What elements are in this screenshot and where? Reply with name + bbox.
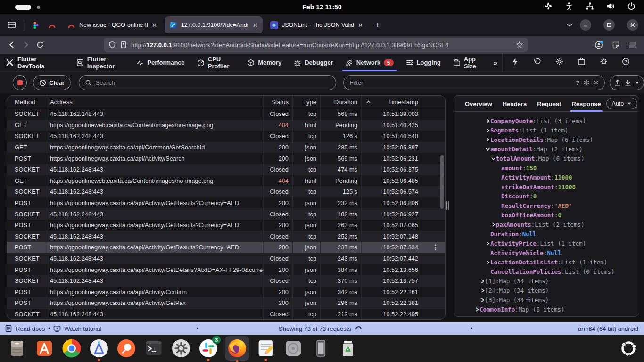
restore-button[interactable] (603, 19, 615, 31)
arrow-closed-icon[interactable] (485, 137, 490, 143)
tree-node[interactable]: amount: 150 (454, 163, 639, 173)
arrow-open-icon[interactable] (485, 146, 490, 152)
details-tab-response[interactable]: Response (566, 96, 606, 112)
browser-tab-2[interactable]: JSONLint - The JSON Valid✕ (265, 16, 368, 33)
tree-node[interactable]: boxOfficeAmount: 0 (454, 210, 639, 220)
table-row[interactable]: SOCKET45.118.162.248:443Closedtcp126 s10… (7, 131, 445, 142)
table-row[interactable]: SOCKET45.118.162.248:443Closedtcp125 s10… (7, 186, 445, 197)
details-tab-overview[interactable]: Overview (460, 96, 497, 112)
dock-item-terminal[interactable] (143, 337, 165, 359)
table-scrollbar[interactable] (440, 155, 444, 209)
tray-accessibility-icon[interactable] (565, 2, 573, 12)
panel-splitter[interactable] (446, 201, 450, 210)
upload-icon[interactable] (614, 79, 621, 86)
devtools-tab-logging[interactable]: Logging (400, 54, 447, 71)
tray-volume-icon[interactable] (606, 2, 615, 12)
tree-node[interactable]: ActivityPrice: List (1 item) (454, 239, 639, 248)
tree-node[interactable]: ActivityVehicle: Null (454, 248, 639, 257)
new-tab-button[interactable]: + (371, 18, 385, 32)
minimize-button[interactable] (580, 19, 591, 31)
filter-clear-icon[interactable]: ✕ (594, 79, 599, 86)
dock-item-chrome[interactable] (61, 337, 83, 359)
action-gear-icon[interactable] (555, 58, 563, 67)
browser-tab-0[interactable]: New issue - QGO-online-fl✕ (63, 16, 162, 33)
table-row[interactable]: SOCKET45.118.162.248:443Closedtcp568 ms1… (7, 108, 445, 120)
reload-button[interactable] (33, 38, 47, 52)
tree-node[interactable]: CompanyQuote: List (3 items) (454, 116, 639, 125)
arrow-closed-icon[interactable] (485, 259, 490, 265)
tab-close-icon[interactable]: ✕ (152, 22, 157, 29)
record-stop-button[interactable] (13, 75, 27, 90)
tree-node[interactable]: ResultCurrency: 'AED' (454, 201, 639, 210)
tree-node[interactable]: totalAmount: Map (6 items) (454, 154, 639, 163)
tree-node[interactable]: LocationDetailsList: List (1 item) (454, 257, 639, 267)
hamburger-menu-icon[interactable] (628, 41, 636, 49)
details-tab-headers[interactable]: Headers (497, 96, 532, 112)
dock-item-slack[interactable]: 3 (198, 337, 219, 359)
tree-node[interactable]: strikeOutAmount: 11000 (454, 182, 639, 191)
dock-item-trash[interactable] (337, 337, 359, 359)
devtools-tab-cpu-profiler[interactable]: CPU Profiler (191, 54, 241, 71)
arrow-closed-icon[interactable] (480, 288, 485, 294)
firefox-view-button[interactable] (4, 17, 20, 33)
url-bar[interactable]: http://127.0.0.1:9100/network?ide=Androi… (104, 38, 528, 52)
tray-network-tree-icon[interactable] (586, 2, 594, 12)
devtools-tab-performance[interactable]: Performance (130, 54, 190, 71)
tree-node[interactable]: Segments: List (1 item) (454, 125, 639, 135)
action-help-icon[interactable]: ? (622, 58, 630, 67)
table-row[interactable]: POSThttps://qgoonlinegway.caxita.ca/api/… (7, 242, 445, 253)
dock-item-postman[interactable] (116, 337, 137, 359)
filter-field[interactable]: ? ✕ (343, 75, 605, 90)
tray-slack-tray-icon[interactable] (544, 2, 553, 12)
dock-item-files[interactable] (6, 337, 28, 359)
pinned-tab-1[interactable] (44, 17, 60, 33)
table-row[interactable]: GEThttps://qgoonlineweb.caxita.ca/Conten… (7, 175, 445, 187)
arrow-closed-icon[interactable] (491, 222, 496, 228)
tree-node[interactable]: [3]: Map (34 items) (454, 295, 639, 304)
arrow-closed-icon[interactable] (480, 278, 485, 284)
filter-input[interactable] (349, 79, 572, 86)
dock-item-firefox[interactable] (225, 336, 249, 361)
tab-close-icon[interactable]: ✕ (358, 22, 363, 29)
tree-node[interactable]: CancellationPolicies: List (0 items) (454, 267, 639, 276)
tree-node[interactable]: CommonInfo: Map (6 items) (454, 304, 639, 314)
table-row[interactable]: SOCKET45.118.162.248:443Closedtcp212 ms1… (7, 309, 445, 320)
table-row[interactable]: SOCKET45.118.162.248:443Closedtcp182 ms1… (7, 208, 445, 220)
kebab-icon[interactable] (432, 243, 438, 251)
arrow-closed-icon[interactable] (485, 240, 490, 247)
show-apps-button[interactable] (619, 339, 638, 358)
forward-button[interactable] (19, 38, 33, 52)
arrow-closed-icon[interactable] (485, 127, 490, 133)
dock-item-orange-a-app[interactable] (33, 337, 55, 359)
table-row[interactable]: GEThttps://qgoonlinegway.caxita.ca/api/C… (7, 142, 445, 153)
arrow-open-icon[interactable] (491, 156, 496, 162)
regex-icon[interactable] (583, 79, 590, 86)
table-row[interactable]: GEThttps://qgoonlineweb.caxita.ca/Conten… (7, 120, 445, 131)
tree-node[interactable]: Duration: Null (454, 229, 639, 239)
tree-node[interactable]: [2]: Map (34 items) (454, 286, 639, 295)
addon-icon[interactable] (612, 41, 620, 49)
table-row[interactable]: SOCKET45.118.162.248:443Closedtcp252 ms1… (7, 231, 445, 242)
table-row[interactable]: SOCKET45.118.162.248:443Closedtcp243 ms1… (7, 253, 445, 264)
table-row[interactable]: POSThttps://qgoonlinegway.caxita.ca/api/… (7, 297, 445, 309)
details-tab-request[interactable]: Request (532, 96, 566, 112)
column-header-address[interactable]: Address (46, 96, 264, 108)
tab-overflow-button[interactable]: » (489, 58, 502, 66)
column-header-method[interactable]: Method (7, 96, 46, 108)
dock-item-device[interactable] (310, 337, 331, 359)
action-extensions-icon[interactable] (578, 58, 586, 67)
tree-node[interactable]: paxAmounts: List (2 items) (454, 220, 639, 229)
tray-power-icon[interactable] (627, 2, 636, 12)
page-info-icon[interactable] (120, 41, 127, 49)
column-header-type[interactable]: Type (293, 96, 321, 108)
tab-close-icon[interactable]: ✕ (253, 22, 258, 29)
browser-tab-1[interactable]: 127.0.0.1:9100/?ide=Andr✕ (165, 16, 263, 33)
tree-node[interactable]: [1]: Map (34 items) (454, 276, 639, 286)
arrow-closed-icon[interactable] (474, 306, 479, 313)
table-row[interactable]: POSThttps://qgoonlinegway.caxita.ca/api/… (7, 220, 445, 231)
action-bug-report-icon[interactable] (600, 58, 608, 67)
arrow-closed-icon[interactable] (485, 118, 490, 124)
download-caret-icon[interactable] (635, 80, 640, 85)
back-button[interactable] (5, 38, 19, 52)
table-row[interactable]: POSThttps://qgoonlinegway.caxita.ca/api/… (7, 153, 445, 164)
